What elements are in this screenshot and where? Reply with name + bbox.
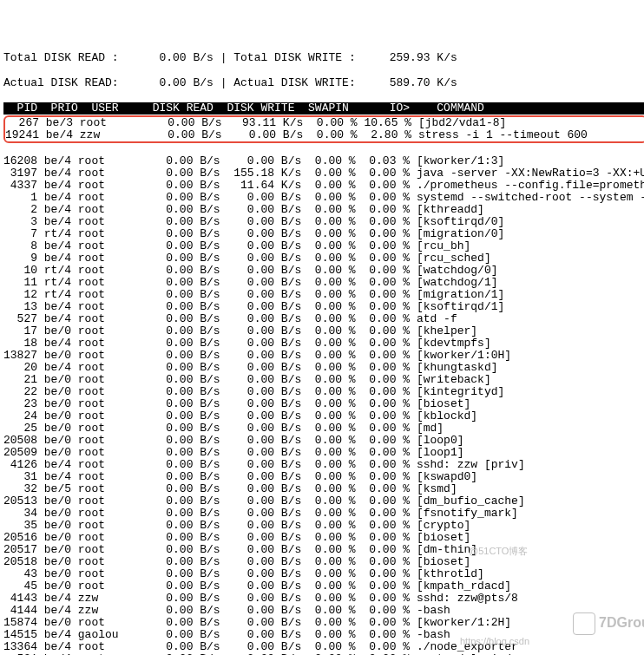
watermark-group: 7DGroup bbox=[573, 612, 644, 635]
process-row[interactable]: 24 be/0 root 0.00 B/s 0.00 B/s 0.00 % 0.… bbox=[3, 410, 644, 422]
process-row[interactable]: 4337 be/4 root 0.00 B/s 11.64 K/s 0.00 %… bbox=[3, 180, 644, 192]
process-row[interactable]: 31 be/4 root 0.00 B/s 0.00 B/s 0.00 % 0.… bbox=[3, 471, 644, 483]
process-row[interactable]: 16208 be/4 root 0.00 B/s 0.00 B/s 0.00 %… bbox=[3, 155, 644, 167]
highlighted-row[interactable]: 267 be/3 root 0.00 B/s 93.11 K/s 0.00 % … bbox=[5, 117, 644, 129]
process-row[interactable]: 20508 be/0 root 0.00 B/s 0.00 B/s 0.00 %… bbox=[3, 435, 644, 447]
process-row[interactable]: 20517 be/0 root 0.00 B/s 0.00 B/s 0.00 %… bbox=[3, 544, 644, 556]
process-row[interactable]: 13 be/4 root 0.00 B/s 0.00 B/s 0.00 % 0.… bbox=[3, 301, 644, 313]
process-row[interactable]: 4143 be/4 zzw 0.00 B/s 0.00 B/s 0.00 % 0… bbox=[3, 593, 644, 605]
process-row[interactable]: 3 be/4 root 0.00 B/s 0.00 B/s 0.00 % 0.0… bbox=[3, 216, 644, 228]
total-write-label: Total DISK WRITE : bbox=[233, 51, 355, 64]
process-row[interactable]: 45 be/0 root 0.00 B/s 0.00 B/s 0.00 % 0.… bbox=[3, 580, 644, 593]
process-row[interactable]: 11 rt/4 root 0.00 B/s 0.00 B/s 0.00 % 0.… bbox=[3, 277, 644, 289]
watermark-blog: https://blog.csdn bbox=[460, 635, 529, 647]
process-row[interactable]: 20509 be/0 root 0.00 B/s 0.00 B/s 0.00 %… bbox=[3, 447, 644, 459]
process-row[interactable]: 20513 be/0 root 0.00 B/s 0.00 B/s 0.00 %… bbox=[3, 495, 644, 508]
process-row[interactable]: 9 be/4 root 0.00 B/s 0.00 B/s 0.00 % 0.0… bbox=[3, 252, 644, 265]
actual-read-label: Actual DISK READ: bbox=[3, 76, 119, 89]
actual-write-value: 589.70 K/s bbox=[390, 76, 457, 89]
process-row[interactable]: 20 be/4 root 0.00 B/s 0.00 B/s 0.00 % 0.… bbox=[3, 362, 644, 374]
process-row[interactable]: 23 be/0 root 0.00 B/s 0.00 B/s 0.00 % 0.… bbox=[3, 398, 644, 410]
process-row[interactable]: 35 be/0 root 0.00 B/s 0.00 B/s 0.00 % 0.… bbox=[3, 520, 644, 532]
process-row[interactable]: 18 be/4 root 0.00 B/s 0.00 B/s 0.00 % 0.… bbox=[3, 337, 644, 350]
summary-total: Total DISK READ : 0.00 B/s | Total DISK … bbox=[3, 52, 644, 64]
actual-read-value: 0.00 B/s bbox=[159, 76, 213, 89]
process-row[interactable]: 17 be/0 root 0.00 B/s 0.00 B/s 0.00 % 0.… bbox=[3, 325, 644, 337]
process-row[interactable]: 22 be/0 root 0.00 B/s 0.00 B/s 0.00 % 0.… bbox=[3, 386, 644, 398]
process-row[interactable]: 25 be/0 root 0.00 B/s 0.00 B/s 0.00 % 0.… bbox=[3, 422, 644, 435]
summary-actual: Actual DISK READ: 0.00 B/s | Actual DISK… bbox=[3, 77, 644, 89]
process-row[interactable]: 1 be/4 root 0.00 B/s 0.00 B/s 0.00 % 0.0… bbox=[3, 192, 644, 204]
process-row[interactable]: 15874 be/0 root 0.00 B/s 0.00 B/s 0.00 %… bbox=[3, 617, 644, 629]
process-row[interactable]: 14515 be/4 gaolou 0.00 B/s 0.00 B/s 0.00… bbox=[3, 629, 644, 641]
process-row[interactable]: 527 be/4 root 0.00 B/s 0.00 B/s 0.00 % 0… bbox=[3, 313, 644, 325]
highlighted-row[interactable]: 19241 be/4 zzw 0.00 B/s 0.00 B/s 0.00 % … bbox=[5, 129, 644, 141]
process-row[interactable]: 21 be/0 root 0.00 B/s 0.00 B/s 0.00 % 0.… bbox=[3, 374, 644, 386]
wechat-icon bbox=[573, 612, 595, 635]
process-row[interactable]: 3197 be/4 root 0.00 B/s 155.18 K/s 0.00 … bbox=[3, 167, 644, 180]
process-row[interactable]: 4126 be/4 root 0.00 B/s 0.00 B/s 0.00 % … bbox=[3, 459, 644, 471]
process-row[interactable]: 43 be/0 root 0.00 B/s 0.00 B/s 0.00 % 0.… bbox=[3, 568, 644, 580]
process-row[interactable]: 4144 be/4 zzw 0.00 B/s 0.00 B/s 0.00 % 0… bbox=[3, 605, 644, 617]
process-row[interactable]: 34 be/0 root 0.00 B/s 0.00 B/s 0.00 % 0.… bbox=[3, 508, 644, 520]
highlighted-rows: 267 be/3 root 0.00 B/s 93.11 K/s 0.00 % … bbox=[3, 115, 644, 143]
watermark-csdn: @51CTO博客 bbox=[469, 545, 528, 557]
process-row[interactable]: 2 be/4 root 0.00 B/s 0.00 B/s 0.00 % 0.0… bbox=[3, 204, 644, 216]
process-row[interactable]: 12 rt/4 root 0.00 B/s 0.00 B/s 0.00 % 0.… bbox=[3, 289, 644, 301]
process-list[interactable]: 16208 be/4 root 0.00 B/s 0.00 B/s 0.00 %… bbox=[3, 155, 644, 655]
process-row[interactable]: 13827 be/0 root 0.00 B/s 0.00 B/s 0.00 %… bbox=[3, 350, 644, 362]
total-read-label: Total DISK READ : bbox=[3, 51, 119, 64]
actual-write-label: Actual DISK WRITE: bbox=[233, 76, 355, 89]
process-row[interactable]: 7 rt/4 root 0.00 B/s 0.00 B/s 0.00 % 0.0… bbox=[3, 228, 644, 240]
table-header[interactable]: PID PRIO USER DISK READ DISK WRITE SWAPI… bbox=[3, 102, 644, 115]
total-read-value: 0.00 B/s bbox=[159, 51, 213, 64]
process-row[interactable]: 20516 be/0 root 0.00 B/s 0.00 B/s 0.00 %… bbox=[3, 532, 644, 544]
total-write-value: 259.93 K/s bbox=[390, 51, 457, 64]
process-row[interactable]: 13364 be/4 root 0.00 B/s 0.00 B/s 0.00 %… bbox=[3, 641, 644, 653]
process-row[interactable]: 32 be/5 root 0.00 B/s 0.00 B/s 0.00 % 0.… bbox=[3, 483, 644, 495]
process-row[interactable]: 10 rt/4 root 0.00 B/s 0.00 B/s 0.00 % 0.… bbox=[3, 265, 644, 277]
process-row[interactable]: 20518 be/0 root 0.00 B/s 0.00 B/s 0.00 %… bbox=[3, 556, 644, 568]
process-row[interactable]: 8 be/4 root 0.00 B/s 0.00 B/s 0.00 % 0.0… bbox=[3, 240, 644, 252]
